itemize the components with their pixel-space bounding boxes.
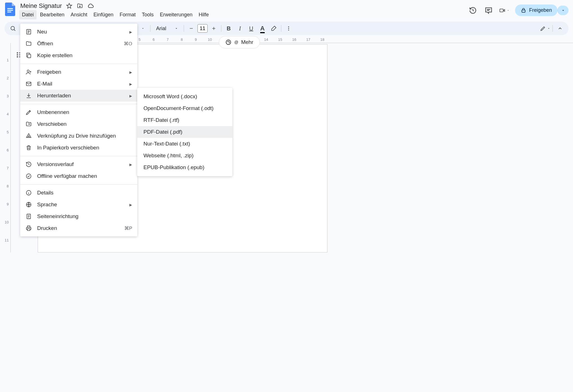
- comment-icon[interactable]: [484, 5, 494, 15]
- drive-shortcut-icon: [25, 133, 32, 139]
- menu-ansicht[interactable]: Ansicht: [68, 10, 90, 19]
- menu-bar: Datei Bearbeiten Ansicht Einfügen Format…: [19, 10, 464, 19]
- svg-rect-0: [7, 8, 13, 9]
- page-setup-icon: [25, 213, 32, 220]
- menu-format[interactable]: Format: [117, 10, 138, 19]
- globe-icon: [25, 201, 32, 208]
- menu-verschieben[interactable]: Verschieben: [20, 118, 137, 130]
- menu-kopie-erstellen[interactable]: Kopie erstellen: [20, 50, 137, 61]
- print-icon: [25, 225, 32, 232]
- menu-email[interactable]: E-Mail ▸: [20, 78, 137, 90]
- italic-button[interactable]: I: [235, 23, 245, 33]
- font-size-input[interactable]: [197, 24, 208, 33]
- download-docx[interactable]: Microsoft Word (.docx): [137, 91, 232, 102]
- download-txt[interactable]: Nur-Text-Datei (.txt): [137, 138, 232, 150]
- mail-icon: [25, 80, 32, 87]
- svg-point-7: [288, 28, 289, 29]
- svg-point-8: [288, 30, 289, 30]
- menu-tools[interactable]: Tools: [139, 10, 156, 19]
- svg-rect-4: [522, 10, 525, 12]
- text-color-button[interactable]: A: [257, 23, 268, 33]
- chip-mehr-label: Mehr: [241, 39, 253, 45]
- more-toolbar-icon[interactable]: [284, 23, 294, 33]
- menu-bearbeiten[interactable]: Bearbeiten: [37, 10, 67, 19]
- cloud-status-icon[interactable]: [87, 3, 94, 9]
- svg-point-5: [11, 26, 15, 30]
- font-size-decrease[interactable]: [186, 23, 196, 33]
- font-size-increase[interactable]: [209, 23, 219, 33]
- file-menu-dropdown: Neu ▸ Öffnen ⌘O Kopie erstellen Freigebe…: [20, 24, 137, 236]
- submenu-arrow-icon: ▸: [129, 93, 132, 99]
- underline-button[interactable]: U: [246, 23, 256, 33]
- submenu-arrow-icon: ▸: [129, 201, 132, 208]
- download-pdf[interactable]: PDF-Datei (.pdf): [137, 126, 232, 138]
- svg-point-17: [26, 174, 31, 179]
- menu-sprache[interactable]: Sprache ▸: [20, 199, 137, 210]
- menu-neu[interactable]: Neu ▸: [20, 26, 137, 38]
- highlight-button[interactable]: [269, 23, 279, 33]
- menu-datei[interactable]: Datei: [19, 10, 37, 19]
- share-dropdown-arrow[interactable]: [558, 6, 568, 15]
- history-icon: [25, 161, 32, 168]
- svg-point-9: [17, 53, 18, 53]
- submenu-arrow-icon: ▸: [129, 69, 132, 75]
- menu-versionsverlauf[interactable]: Versionsverlauf ▸: [20, 158, 137, 170]
- menu-umbenennen[interactable]: Umbenennen: [20, 106, 137, 118]
- svg-rect-2: [7, 12, 11, 12]
- menu-herunterladen[interactable]: Herunterladen ▸: [20, 90, 137, 102]
- copy-icon: [25, 52, 32, 59]
- download-html[interactable]: Webseite (.html, .zip): [137, 150, 232, 162]
- move-icon: [25, 121, 32, 127]
- menu-erweiterungen[interactable]: Erweiterungen: [157, 10, 195, 19]
- star-icon[interactable]: [66, 3, 73, 9]
- submenu-arrow-icon: ▸: [129, 29, 132, 35]
- submenu-arrow-icon: ▸: [129, 81, 132, 87]
- svg-rect-14: [28, 54, 31, 58]
- collapse-toolbar-icon[interactable]: [555, 23, 565, 33]
- rename-icon: [25, 109, 32, 116]
- svg-rect-21: [27, 229, 30, 230]
- person-add-icon: [25, 69, 32, 75]
- svg-rect-3: [500, 9, 503, 12]
- editing-mode-button[interactable]: [540, 23, 550, 33]
- menu-seiteneinrichtung[interactable]: Seiteneinrichtung: [20, 210, 137, 222]
- vertical-ruler: 1 2 3 4 5 6 7 8 9 10 11: [2, 43, 11, 252]
- download-submenu: Microsoft Word (.docx) OpenDocument-Form…: [137, 88, 232, 176]
- menu-verknuepfung[interactable]: Verknüpfung zu Drive hinzufügen: [20, 130, 137, 142]
- menu-drucken[interactable]: Drucken ⌘P: [20, 222, 137, 234]
- file-icon: [25, 28, 32, 35]
- menu-freigeben[interactable]: Freigeben ▸: [20, 66, 137, 78]
- download-rtf[interactable]: RTF-Datei (.rtf): [137, 114, 232, 126]
- header: Meine Signatur Datei Bearbeiten Ansicht …: [0, 0, 573, 19]
- svg-point-6: [288, 26, 289, 27]
- svg-rect-1: [7, 10, 13, 11]
- history-icon[interactable]: [468, 5, 478, 15]
- menu-details[interactable]: Details: [20, 187, 137, 199]
- video-call-button[interactable]: [499, 5, 509, 15]
- move-folder-icon[interactable]: [77, 3, 83, 9]
- trash-icon: [25, 144, 32, 151]
- download-icon: [25, 92, 32, 99]
- bold-button[interactable]: B: [224, 23, 234, 33]
- document-title[interactable]: Meine Signatur: [20, 2, 62, 10]
- font-family-label: Arial: [156, 26, 166, 32]
- share-button[interactable]: Freigeben: [515, 5, 558, 16]
- download-epub[interactable]: EPUB-Publikation (.epub): [137, 162, 232, 173]
- svg-point-15: [27, 70, 29, 72]
- search-icon[interactable]: [8, 23, 18, 33]
- chip-mehr[interactable]: @ Mehr: [219, 36, 260, 48]
- menu-oeffnen[interactable]: Öffnen ⌘O: [20, 38, 137, 50]
- font-family-selector[interactable]: Arial: [153, 26, 181, 32]
- folder-icon: [25, 40, 32, 47]
- share-button-label: Freigeben: [529, 7, 552, 13]
- header-right: Freigeben: [468, 2, 568, 16]
- download-odt[interactable]: OpenDocument-Format (.odt): [137, 102, 232, 114]
- header-left: Meine Signatur Datei Bearbeiten Ansicht …: [19, 2, 464, 19]
- menu-hilfe[interactable]: Hilfe: [196, 10, 212, 19]
- menu-papierkorb[interactable]: In Papierkorb verschieben: [20, 142, 137, 154]
- menu-offline[interactable]: Offline verfügbar machen: [20, 170, 137, 182]
- menu-einfuegen[interactable]: Einfügen: [91, 10, 116, 19]
- docs-logo-icon[interactable]: [5, 2, 16, 16]
- svg-point-11: [17, 57, 18, 57]
- style-dropdown-arrow[interactable]: [138, 23, 148, 33]
